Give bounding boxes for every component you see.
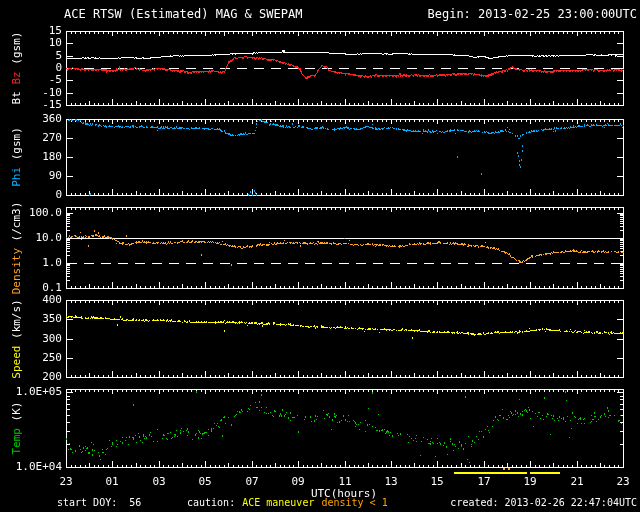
- x-tick-label: 17: [469, 476, 499, 488]
- y-tick-label: 1.0E+05: [0, 386, 62, 398]
- x-tick-label: 13: [376, 476, 406, 488]
- y-axis-title-part: Phi: [10, 167, 23, 187]
- panel-speed: [66, 300, 623, 377]
- start-doy-label: start DOY: 56: [57, 497, 141, 509]
- y-tick-label: 360: [0, 113, 62, 125]
- x-tick-label: 19: [515, 476, 545, 488]
- panel-temp: [66, 389, 623, 467]
- y-axis-title: Phi (gsm): [11, 127, 22, 187]
- y-axis-title: Temp (K): [11, 402, 22, 455]
- caution-label: caution:: [187, 497, 235, 509]
- y-axis-title: Speed (km/s): [11, 299, 22, 378]
- panel-bt-bz: [66, 31, 623, 105]
- x-tick-label: 21: [562, 476, 592, 488]
- x-tick-label: 23: [608, 476, 638, 488]
- y-tick-label: 0: [0, 189, 62, 201]
- y-axis-title-part: Bt: [10, 91, 23, 104]
- y-axis-title-part: Speed: [10, 345, 23, 378]
- ace-rtsw-plot: ACE RTSW (Estimated) MAG & SWEPAM Begin:…: [0, 0, 640, 512]
- y-tick-label: 1.0E+04: [0, 461, 62, 473]
- created-timestamp: created: 2013-02-26 22:47:04UTC: [450, 497, 637, 509]
- x-tick-label: 11: [330, 476, 360, 488]
- y-axis-title-part: (K): [10, 402, 23, 429]
- x-tick-label: 07: [237, 476, 267, 488]
- caution-maneuver-label: ACE maneuver: [242, 497, 314, 509]
- x-tick-label: 01: [97, 476, 127, 488]
- x-tick-label: 09: [283, 476, 313, 488]
- y-axis-title: Bt Bz (gsm): [11, 32, 22, 105]
- y-axis-title-part: (km/s): [10, 299, 23, 345]
- caution-note: caution: ACE maneuver density < 1: [187, 497, 388, 509]
- y-axis-title-part: (/cm3): [10, 201, 23, 247]
- panel-phi: [66, 119, 623, 195]
- page-title: ACE RTSW (Estimated) MAG & SWEPAM: [64, 8, 302, 20]
- y-axis-title-part: Temp: [10, 428, 23, 455]
- panel-density: [66, 207, 623, 288]
- y-axis-title-part: (gsm): [10, 32, 23, 72]
- x-tick-label: 15: [422, 476, 452, 488]
- y-axis-title: Density (/cm3): [11, 201, 22, 294]
- y-axis-title-part: Bz: [10, 71, 23, 91]
- x-tick-label: 23: [51, 476, 81, 488]
- y-axis-title-part: Density: [10, 248, 23, 294]
- begin-timestamp: Begin: 2013-02-25 23:00:00UTC: [427, 8, 637, 20]
- x-tick-label: 03: [144, 476, 174, 488]
- caution-density-label: density < 1: [321, 497, 387, 509]
- y-axis-title-part: (gsm): [10, 127, 23, 167]
- x-tick-label: 05: [190, 476, 220, 488]
